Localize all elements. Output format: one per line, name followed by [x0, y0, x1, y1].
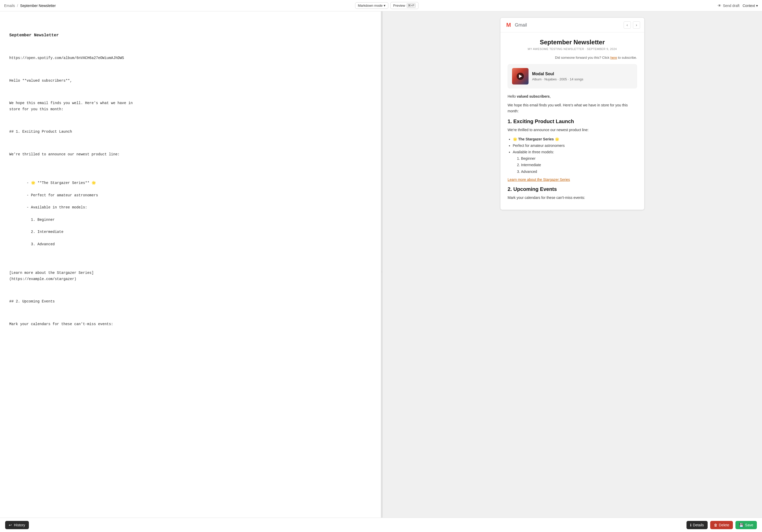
editor-line-h2: ## 2. Upcoming Events	[9, 299, 372, 305]
email-title: September Newsletter	[508, 38, 637, 46]
model-2: Intermediate	[521, 162, 637, 168]
editor-line-events-intro: Mark your calendars for these can't-miss…	[9, 321, 372, 328]
gmail-nav: ‹ ›	[624, 21, 640, 29]
toolbar-center: Markdown mode ▾ Preview ⌘+P	[355, 2, 419, 9]
delete-button[interactable]: 🗑 Delete	[710, 521, 733, 529]
top-bar: Emails / September Newsletter Markdown m…	[0, 0, 762, 11]
editor-line-greeting: Hello **valued subscribers**,	[9, 78, 372, 84]
markdown-mode-button[interactable]: Markdown mode ▾	[355, 2, 388, 9]
email-section2-title: 2. Upcoming Events	[508, 186, 637, 192]
editor-panel[interactable]: September Newsletter https://open.spotif…	[0, 11, 381, 532]
spotify-thumbnail	[512, 68, 529, 85]
details-icon: ℹ	[690, 523, 691, 527]
breadcrumb-current: September Newsletter	[20, 4, 56, 8]
editor-line-spotify: https://open.spotify.com/album/6nVACH6a2…	[9, 55, 372, 61]
email-models: Beginner Intermediate Advanced	[513, 155, 637, 175]
preview-panel: M Gmail ‹ › September Newsletter MY AWES…	[383, 11, 762, 532]
email-greeting: Hello valued subscribers,	[508, 94, 637, 99]
bottom-bar: ↩ History ℹ Details 🗑 Delete 💾 Save	[0, 518, 762, 532]
breadcrumb-emails[interactable]: Emails	[4, 4, 15, 8]
gmail-window: M Gmail ‹ › September Newsletter MY AWES…	[500, 18, 645, 210]
email-intro: We hope this email finds you well. Here'…	[508, 102, 637, 114]
preview-button[interactable]: Preview ⌘+P	[390, 2, 419, 9]
editor-line-h1: ## 1. Exciting Product Launch	[9, 129, 372, 135]
eye-icon: 👁	[718, 4, 721, 8]
email-subscribe: Did someone forward you this? Click here…	[508, 56, 637, 59]
toolbar-right: 👁 Send draft Context ▾	[718, 4, 758, 8]
greeting-bold: valued subscribers	[517, 94, 550, 99]
bottom-right: ℹ Details 🗑 Delete 💾 Save	[686, 521, 757, 529]
email-bullets: 🌟 The Stargazer Series 🌟 Perfect for ama…	[508, 136, 637, 175]
play-button[interactable]	[517, 73, 524, 80]
spotify-info: Modal Soul Album · Nujabes · 2005 · 14 s…	[532, 72, 583, 81]
editor-line-link: [Learn more about the Stargazer Series](…	[9, 270, 372, 282]
email-section2-intro: Mark your calendars for these can't-miss…	[508, 195, 637, 200]
editor-line-intro: We hope this email finds you well. Here'…	[9, 100, 372, 113]
main-layout: September Newsletter https://open.spotif…	[0, 11, 762, 532]
model-1: Beginner	[521, 155, 637, 162]
gmail-brand-label: Gmail	[515, 23, 527, 28]
send-draft-button[interactable]: 👁 Send draft	[718, 4, 739, 8]
details-button[interactable]: ℹ Details	[686, 521, 708, 529]
email-section1-intro: We're thrilled to announce our newest pr…	[508, 127, 637, 133]
bullet-item-1: 🌟 The Stargazer Series 🌟	[513, 136, 637, 142]
gmail-m-icon: M	[504, 21, 513, 29]
save-icon: 💾	[739, 523, 743, 527]
bullet-item-3: Available in three models: Beginner Inte…	[513, 149, 637, 175]
bottom-left: ↩ History	[5, 521, 29, 529]
model-3: Advanced	[521, 169, 637, 175]
history-button[interactable]: ↩ History	[5, 521, 29, 529]
subscribe-link[interactable]: here	[610, 56, 617, 59]
gmail-logo: M Gmail	[504, 21, 527, 29]
gmail-forward-button[interactable]: ›	[633, 21, 640, 29]
breadcrumb-area: Emails / September Newsletter	[4, 4, 56, 8]
editor-line-product-intro: We're thrilled to announce our newest pr…	[9, 151, 372, 158]
bullet-item-2: Perfect for amateur astronomers	[513, 142, 637, 149]
gmail-header: M Gmail ‹ ›	[500, 18, 644, 33]
spotify-title: Modal Soul	[532, 72, 583, 76]
spotify-subtitle: Album · Nujabes · 2005 · 14 songs	[532, 77, 583, 81]
editor-line-bullets: - 🌟 **The Stargazer Series** 🌟 - Perfect…	[9, 174, 372, 254]
trash-icon: 🗑	[714, 523, 718, 527]
editor-line-title: September Newsletter	[9, 32, 372, 39]
history-icon: ↩	[9, 523, 12, 527]
email-section1-title: 1. Exciting Product Launch	[508, 118, 637, 124]
spotify-card[interactable]: Modal Soul Album · Nujabes · 2005 · 14 s…	[508, 64, 637, 88]
context-button[interactable]: Context ▾	[743, 4, 758, 8]
editor-content[interactable]: September Newsletter https://open.spotif…	[9, 20, 372, 340]
play-icon	[519, 74, 522, 78]
email-body: September Newsletter MY AWESOME TESTING …	[500, 33, 644, 210]
stargazer-link[interactable]: Learn more about the Stargazer Series	[508, 178, 637, 182]
save-button[interactable]: 💾 Save	[735, 521, 757, 529]
email-meta: MY AWESOME TESTING NEWSLETTER · SEPTEMBE…	[508, 47, 637, 50]
breadcrumb-separator: /	[17, 4, 18, 8]
gmail-back-button[interactable]: ‹	[624, 21, 631, 29]
